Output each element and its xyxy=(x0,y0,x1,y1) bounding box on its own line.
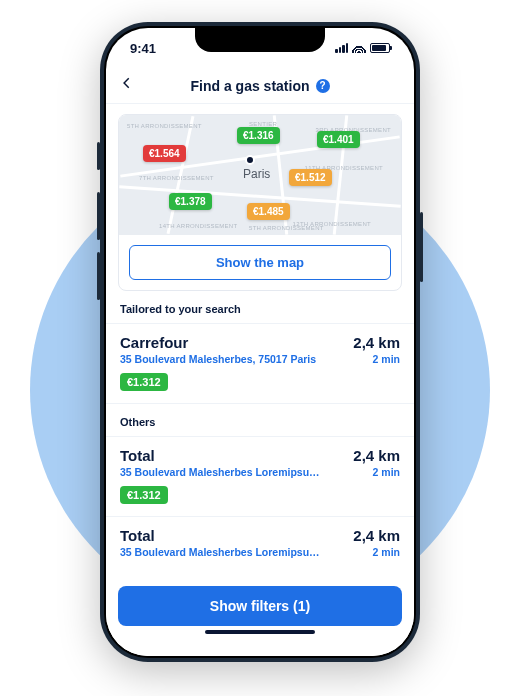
map-price-marker[interactable]: €1.564 xyxy=(143,145,186,162)
station-item[interactable]: Carrefour 2,4 km 35 Boulevard Malesherbe… xyxy=(118,324,402,403)
chevron-left-icon xyxy=(120,76,134,90)
notch xyxy=(195,28,325,52)
map-city-label: Paris xyxy=(243,167,270,181)
map-price-marker[interactable]: €1.378 xyxy=(169,193,212,210)
station-address: 35 Boulevard Malesherbes Loremipsum Dolo… xyxy=(120,466,320,478)
district-label: 5TH ARRONDISSEMENT xyxy=(127,123,202,129)
station-time: 2 min xyxy=(373,546,400,558)
section-others: Others xyxy=(118,404,402,436)
map-price-marker[interactable]: €1.316 xyxy=(237,127,280,144)
footer: Show filters (1) xyxy=(106,576,414,656)
station-time: 2 min xyxy=(373,466,400,478)
location-pin-icon xyxy=(245,155,255,165)
station-address: 35 Boulevard Malesherbes Loremipsum Dolo… xyxy=(120,546,320,558)
station-address: 35 Boulevard Malesherbes, 75017 Paris xyxy=(120,353,316,365)
station-distance: 2,4 km xyxy=(353,447,400,464)
station-distance: 2,4 km xyxy=(353,527,400,544)
back-button[interactable] xyxy=(120,76,140,96)
signal-icon xyxy=(335,43,348,53)
map-preview[interactable]: 5TH ARRONDISSEMENT SENTIER 3RD ARRONDISS… xyxy=(119,115,401,235)
page-title: Find a gas station xyxy=(190,78,309,94)
station-price-badge: €1.312 xyxy=(120,486,168,504)
map-card: 5TH ARRONDISSEMENT SENTIER 3RD ARRONDISS… xyxy=(118,114,402,291)
station-time: 2 min xyxy=(373,353,400,365)
station-name: Total xyxy=(120,447,155,464)
map-price-marker[interactable]: €1.401 xyxy=(317,131,360,148)
status-time: 9:41 xyxy=(130,41,156,56)
show-filters-button[interactable]: Show filters (1) xyxy=(118,586,402,626)
station-item[interactable]: Total 2,4 km 35 Boulevard Malesherbes Lo… xyxy=(118,517,402,558)
district-label: 14TH ARRONDISSEMENT xyxy=(159,223,237,229)
battery-icon xyxy=(370,43,390,53)
map-price-marker[interactable]: €1.512 xyxy=(289,169,332,186)
help-icon[interactable]: ? xyxy=(316,79,330,93)
show-map-button[interactable]: Show the map xyxy=(129,245,391,280)
phone-frame: 9:41 Find a gas station ? xyxy=(100,22,420,662)
station-name: Carrefour xyxy=(120,334,188,351)
station-item[interactable]: Total 2,4 km 35 Boulevard Malesherbes Lo… xyxy=(118,437,402,516)
station-price-badge: €1.312 xyxy=(120,373,168,391)
home-indicator[interactable] xyxy=(205,630,315,634)
section-tailored: Tailored to your search xyxy=(118,291,402,323)
map-price-marker[interactable]: €1.485 xyxy=(247,203,290,220)
header: Find a gas station ? xyxy=(106,68,414,104)
station-distance: 2,4 km xyxy=(353,334,400,351)
station-name: Total xyxy=(120,527,155,544)
wifi-icon xyxy=(352,43,366,53)
district-label: 12TH ARRONDISSEMENT xyxy=(293,221,371,227)
district-label: 7TH ARRONDISSEMENT xyxy=(139,175,214,181)
